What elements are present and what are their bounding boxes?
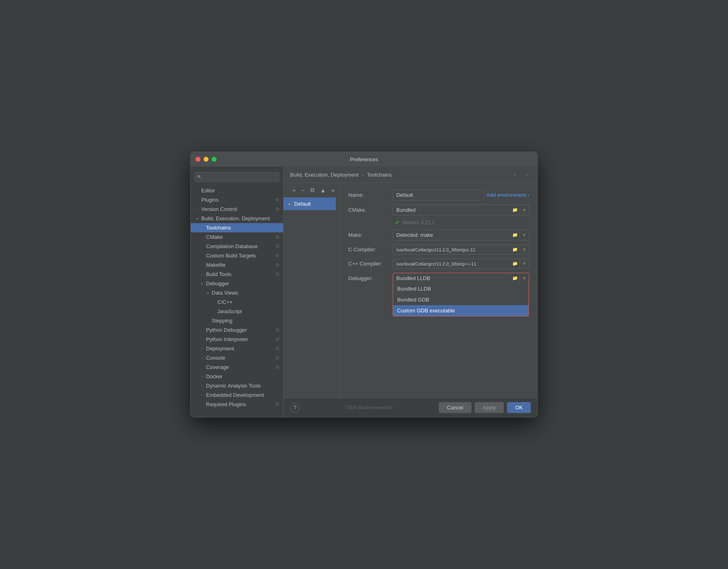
- chevron-down-icon: ∨: [205, 291, 210, 295]
- cmake-version-text: Version: 3.21.1: [402, 220, 434, 225]
- debugger-dropdown-arrow[interactable]: ▼: [520, 274, 529, 282]
- window-controls: [196, 157, 217, 162]
- c-compiler-folder-icon[interactable]: 📁: [511, 245, 520, 254]
- toolchain-arrow-icon: ▶: [288, 202, 292, 206]
- chevron-right-icon: ›: [200, 393, 204, 397]
- sidebar-item-deployment[interactable]: › Deployment ⊞: [191, 344, 283, 353]
- cancel-button[interactable]: Cancel: [439, 402, 471, 413]
- make-dropdown-arrow[interactable]: ▼: [520, 231, 529, 239]
- maximize-button[interactable]: [212, 157, 217, 162]
- footer: ? CSDN @autoreleasepools Cancel Apply OK: [284, 398, 537, 417]
- sidebar-item-build-execution[interactable]: ∨ Build, Execution, Deployment: [191, 214, 283, 223]
- move-up-button[interactable]: ▲: [318, 185, 328, 195]
- sidebar: Editor Plugins ⊞ › Version Control ⊞ ∨ B…: [191, 166, 284, 417]
- make-folder-icon[interactable]: 📁: [511, 230, 520, 240]
- watermark: CSDN @autoreleasepools: [345, 405, 393, 410]
- cpp-compiler-dropdown-arrow[interactable]: ▼: [520, 259, 529, 268]
- main-panel: Build, Execution, Deployment › Toolchain…: [284, 166, 537, 417]
- add-toolchain-button[interactable]: +: [290, 185, 298, 195]
- make-select: Detected: make 📁 ▼: [393, 230, 529, 240]
- sidebar-item-label: Python Debugger: [206, 327, 247, 333]
- debugger-option-custom-gdb[interactable]: Custom GDB executable: [393, 305, 528, 316]
- breadcrumb-nav: ← →: [511, 171, 531, 179]
- page-icon: ⊞: [276, 272, 279, 277]
- sidebar-item-custom-build-targets[interactable]: Custom Build Targets ⊞: [191, 251, 283, 260]
- debugger-value: Bundled LLDB: [393, 273, 511, 283]
- c-compiler-dropdown-arrow[interactable]: ▼: [520, 245, 529, 254]
- window-title: Preferences: [350, 156, 378, 162]
- sidebar-item-compilation-database[interactable]: Compilation Database ⊞: [191, 242, 283, 251]
- nav-back-button[interactable]: ←: [511, 171, 520, 179]
- make-placeholder: Detected: make: [393, 230, 511, 240]
- nav-forward-button[interactable]: →: [522, 171, 531, 179]
- sidebar-item-console[interactable]: › Console ⊞: [191, 353, 283, 362]
- sidebar-item-cmake[interactable]: CMake ⊞: [191, 232, 283, 242]
- sidebar-item-coverage[interactable]: Coverage ⊞: [191, 362, 283, 372]
- sidebar-item-label: Embedded Development: [206, 392, 264, 398]
- debugger-option-bundled-gdb[interactable]: Bundled GDB: [393, 294, 528, 305]
- cmake-dropdown-arrow[interactable]: ▼: [520, 206, 529, 214]
- sidebar-item-editor[interactable]: Editor: [191, 186, 283, 195]
- sidebar-item-makefile[interactable]: Makefile ⊞: [191, 260, 283, 270]
- help-button[interactable]: ?: [290, 403, 300, 413]
- sidebar-item-c-cpp[interactable]: C/C++: [191, 297, 283, 307]
- toolchain-item-default[interactable]: ▶ Default: [284, 198, 336, 210]
- sidebar-item-python-interpreter[interactable]: Python Interpreter ⊞: [191, 335, 283, 344]
- sidebar-item-label: Plugins: [201, 197, 219, 203]
- sidebar-item-toolchains[interactable]: Toolchains: [191, 223, 283, 232]
- name-control: Add environment ›: [393, 190, 529, 200]
- sidebar-item-label: Editor: [201, 188, 215, 194]
- sidebar-item-python-debugger[interactable]: Python Debugger ⊞: [191, 325, 283, 335]
- sidebar-item-debugger[interactable]: ∨ Debugger: [191, 279, 283, 288]
- sidebar-item-required-plugins[interactable]: Required Plugins ⊞: [191, 400, 283, 409]
- page-icon: ⊞: [276, 402, 279, 407]
- sidebar-item-label: Console: [206, 355, 225, 361]
- page-icon: ⊞: [276, 365, 279, 370]
- sidebar-item-label: Debugger: [206, 280, 229, 287]
- debugger-option-bundled-lldb[interactable]: Bundled LLDB: [393, 283, 528, 294]
- cmake-folder-icon[interactable]: 📁: [511, 205, 520, 215]
- page-icon: ⊞: [276, 234, 279, 240]
- c-compiler-select: /usr/local/Cellar/gcc/11.2.0_3/bin/gcc-1…: [393, 244, 529, 255]
- sidebar-item-label: JavaScript: [217, 308, 242, 314]
- sidebar-item-embedded[interactable]: › Embedded Development: [191, 390, 283, 400]
- toolchain-item-label: Default: [294, 201, 311, 207]
- cmake-value: Bundled: [393, 205, 511, 215]
- search-input[interactable]: [195, 172, 279, 182]
- page-icon: ⊞: [276, 355, 279, 360]
- sidebar-item-label: Dynamic Analysis Tools: [206, 383, 261, 389]
- debugger-select[interactable]: Bundled LLDB 📁 ▼ Bundled LLDB Bundled GD…: [393, 273, 529, 284]
- close-button[interactable]: [196, 157, 200, 162]
- add-environment-button[interactable]: Add environment ›: [486, 192, 529, 198]
- sidebar-item-docker[interactable]: › Docker: [191, 372, 283, 381]
- cpp-compiler-control: /usr/local/Cellar/gcc/11.2.0_3/bin/g++-1…: [393, 259, 529, 269]
- sidebar-item-build-tools[interactable]: › Build Tools ⊞: [191, 270, 283, 279]
- sidebar-item-label: Required Plugins: [206, 401, 246, 407]
- sidebar-item-label: Toolchains: [206, 225, 231, 231]
- chevron-right-icon: ›: [200, 384, 204, 388]
- sidebar-item-label: Stepping: [212, 318, 232, 324]
- sidebar-item-label: Coverage: [206, 364, 229, 370]
- sidebar-item-dynamic-analysis[interactable]: › Dynamic Analysis Tools: [191, 381, 283, 390]
- minimize-button[interactable]: [204, 157, 208, 162]
- sidebar-item-javascript[interactable]: JavaScript: [191, 307, 283, 316]
- apply-button[interactable]: Apply: [475, 402, 504, 413]
- remove-toolchain-button[interactable]: −: [299, 185, 307, 195]
- chevron-right-icon: ›: [195, 207, 200, 211]
- cpp-compiler-folder-icon[interactable]: 📁: [511, 259, 520, 268]
- sidebar-item-data-views[interactable]: ∨ Data Views: [191, 288, 283, 297]
- sidebar-item-label: CMake: [206, 234, 223, 240]
- copy-toolchain-button[interactable]: ⧉: [308, 185, 317, 195]
- chevron-right-icon: ›: [200, 272, 204, 276]
- debugger-folder-icon[interactable]: 📁: [511, 274, 520, 283]
- c-compiler-value: /usr/local/Cellar/gcc/11.2.0_3/bin/gcc-1…: [393, 245, 511, 254]
- sidebar-item-stepping[interactable]: Stepping: [191, 316, 283, 325]
- sidebar-item-label: Makefile: [206, 262, 225, 268]
- name-input[interactable]: [393, 190, 484, 200]
- sidebar-item-version-control[interactable]: › Version Control ⊞: [191, 204, 283, 214]
- breadcrumb-current: Toolchains: [367, 172, 391, 178]
- ok-button[interactable]: OK: [507, 402, 531, 413]
- more-button[interactable]: »: [329, 185, 337, 195]
- sidebar-item-label: Custom Build Targets: [206, 253, 256, 259]
- sidebar-item-plugins[interactable]: Plugins ⊞: [191, 195, 283, 204]
